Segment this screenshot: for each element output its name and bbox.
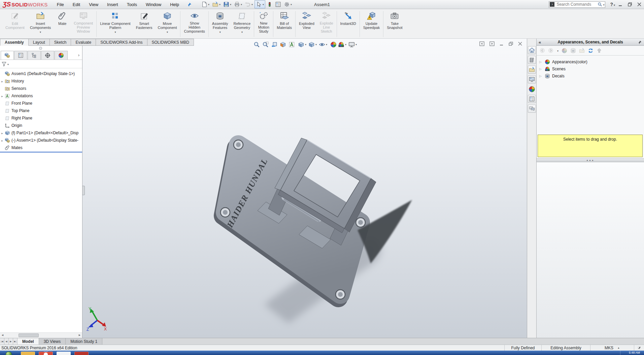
- tab-motion-study-1[interactable]: Motion Study 1: [66, 338, 102, 345]
- tab-display-manager[interactable]: [55, 51, 68, 60]
- appearances-color-row[interactable]: Appearances(color): [537, 58, 644, 65]
- last-tab-icon[interactable]: ▶|: [13, 338, 18, 345]
- section-view-icon[interactable]: [279, 40, 287, 48]
- display-style-icon[interactable]: [308, 40, 317, 48]
- tree-item-right-plane[interactable]: Right Plane: [0, 114, 82, 122]
- rebuild-button[interactable]: [266, 1, 273, 8]
- apply-scene-icon[interactable]: [338, 40, 346, 48]
- menu-window[interactable]: Window: [141, 0, 166, 9]
- graphics-area[interactable]: HAIDER HUNDAL: [82, 39, 527, 338]
- 3d-model[interactable]: HAIDER HUNDAL: [82, 39, 527, 338]
- up-level-icon[interactable]: [597, 48, 602, 53]
- refresh-icon[interactable]: [588, 48, 594, 54]
- view-settings-icon[interactable]: [348, 40, 357, 48]
- assembly-features-button[interactable]: AssemblyFeatures: [209, 10, 231, 38]
- new-motion-study-button[interactable]: NewMotionStudy: [255, 10, 272, 38]
- expander-icon[interactable]: [0, 138, 4, 143]
- hide-show-items-icon[interactable]: [319, 40, 327, 48]
- close-button[interactable]: [637, 2, 641, 6]
- windows-taskbar[interactable]: 5:48 AM: [0, 351, 644, 355]
- tab-model[interactable]: Model: [18, 338, 39, 345]
- reference-geometry-button[interactable]: ReferenceGeometry: [231, 10, 253, 38]
- window-minimize-icon[interactable]: [500, 42, 504, 46]
- scroll-left-icon[interactable]: ◀: [0, 333, 5, 338]
- save-button[interactable]: [222, 1, 232, 8]
- search-caret-icon[interactable]: [602, 2, 604, 7]
- collapse-pane-right-icon[interactable]: [489, 41, 495, 46]
- tree-item-sensors[interactable]: Sensors: [0, 85, 82, 92]
- tree-item-subassembly[interactable]: (-) Assem<1> (Default<Display State-: [0, 137, 82, 144]
- history-caret-icon[interactable]: [556, 48, 558, 53]
- new-document-button[interactable]: [200, 1, 210, 8]
- tree-item-top-plane[interactable]: Top Plane: [0, 107, 82, 114]
- tab-feature-manager[interactable]: [1, 51, 14, 60]
- help-button[interactable]: ?: [610, 2, 615, 7]
- expander-icon[interactable]: [539, 74, 544, 78]
- tag-icon[interactable]: [634, 345, 644, 351]
- dynamic-annotation-icon[interactable]: [287, 40, 296, 48]
- scenes-row[interactable]: Scenes: [537, 65, 644, 72]
- expander-icon[interactable]: [539, 60, 544, 64]
- update-speedpak-button[interactable]: UpdateSpeedpak: [361, 10, 383, 38]
- options-list-button[interactable]: [274, 1, 282, 8]
- tab-layout[interactable]: Layout: [29, 39, 50, 46]
- expander-icon[interactable]: [0, 94, 4, 98]
- notepad-taskbar-icon[interactable]: [57, 352, 71, 355]
- tabs-overflow-icon[interactable]: ›: [75, 51, 82, 60]
- search-commands-box[interactable]: ›: [549, 1, 605, 8]
- units-selector[interactable]: MKS▲: [590, 345, 634, 351]
- search-input[interactable]: [556, 2, 598, 7]
- panel-grip[interactable]: [39, 47, 42, 50]
- tree-item-front-plane[interactable]: Front Plane: [0, 100, 82, 107]
- menu-help[interactable]: Help: [166, 0, 183, 9]
- first-tab-icon[interactable]: |◀: [0, 338, 4, 345]
- exploded-view-button[interactable]: ExplodedView: [296, 10, 317, 38]
- next-tab-icon[interactable]: ▶: [9, 338, 13, 345]
- open-button[interactable]: [211, 1, 222, 8]
- instant3d-button[interactable]: Instant3D: [338, 10, 359, 38]
- filter-funnel-icon[interactable]: [1, 61, 7, 67]
- scroll-right-icon[interactable]: ▶: [77, 333, 82, 338]
- tab-solidworks-add-ins[interactable]: SOLIDWORKS Add-Ins: [96, 39, 147, 46]
- tree-item-history[interactable]: History: [0, 77, 82, 85]
- tab-solidworks-mbd[interactable]: SOLIDWORKS MBD: [147, 39, 194, 46]
- bill-of-materials-button[interactable]: Bill ofMaterials: [274, 10, 295, 38]
- show-hidden-components-button[interactable]: ShowHiddenComponents: [181, 10, 207, 38]
- tab-dimxpert-manager[interactable]: [41, 51, 54, 60]
- tree-item-part1[interactable]: (f) Part1<1> (Default<<Default>_Disp: [0, 129, 82, 137]
- zoom-to-area-icon[interactable]: [261, 40, 270, 48]
- print-button[interactable]: [233, 1, 243, 8]
- tree-item-annotations[interactable]: Annotations: [0, 92, 82, 100]
- search-icon[interactable]: [598, 2, 602, 7]
- menu-view[interactable]: View: [84, 0, 103, 9]
- tree-horizontal-scrollbar[interactable]: ◀ ▶: [0, 332, 82, 338]
- tab-configuration-manager[interactable]: [28, 51, 41, 60]
- prev-tab-icon[interactable]: ◀: [4, 338, 9, 345]
- collapse-pane-left-icon[interactable]: [479, 41, 484, 46]
- view-orientation-icon[interactable]: [298, 40, 306, 48]
- tree-root[interactable]: Assem1 (Default<Display State-1>): [0, 70, 82, 77]
- home-icon[interactable]: [528, 46, 536, 54]
- restore-button[interactable]: [628, 2, 632, 6]
- pin-menu-icon[interactable]: [187, 2, 192, 7]
- solidworks-taskbar-icon[interactable]: [74, 352, 89, 355]
- taskbar-clock[interactable]: 5:48 AM: [629, 351, 640, 354]
- menu-file[interactable]: File: [53, 0, 68, 9]
- window-restore-icon[interactable]: [509, 42, 513, 46]
- custom-properties-icon[interactable]: [528, 95, 536, 103]
- pin-pane-icon[interactable]: [638, 40, 642, 44]
- tab-evaluate[interactable]: Evaluate: [71, 39, 96, 46]
- task-pane-splitter[interactable]: ▲▲▲: [537, 158, 644, 162]
- expander-icon[interactable]: [0, 79, 4, 83]
- filter-caret-icon[interactable]: [7, 62, 9, 66]
- explorer-taskbar-icon[interactable]: [21, 352, 35, 355]
- smart-fasteners-button[interactable]: SmartFasteners: [133, 10, 155, 38]
- menu-insert[interactable]: Insert: [103, 0, 123, 9]
- move-component-button[interactable]: MoveComponent: [155, 10, 180, 38]
- scrollbar-thumb[interactable]: [19, 333, 39, 337]
- menu-edit[interactable]: Edit: [68, 0, 84, 9]
- window-close-icon[interactable]: [518, 42, 522, 46]
- insert-components-button[interactable]: InsertComponents: [27, 10, 54, 38]
- forum-icon[interactable]: [528, 105, 536, 113]
- menu-tools[interactable]: Tools: [123, 0, 141, 9]
